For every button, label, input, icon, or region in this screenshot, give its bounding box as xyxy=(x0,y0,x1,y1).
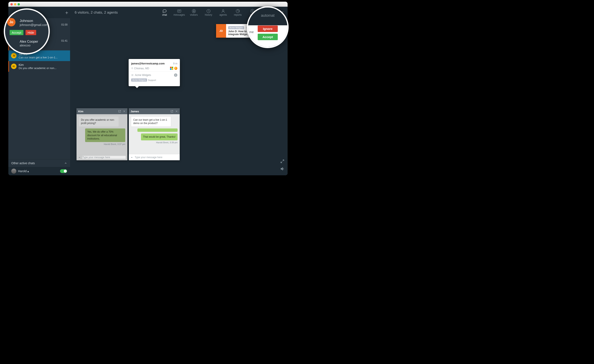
svg-point-9 xyxy=(250,11,251,11)
visitor-group: Acme Widgets xyxy=(131,74,151,77)
lens-email: johnson@gmail.com xyxy=(20,23,46,27)
close-icon[interactable] xyxy=(123,110,126,113)
chevron-up-icon xyxy=(64,162,67,165)
window-zoom-dot[interactable] xyxy=(18,3,20,6)
svg-point-7 xyxy=(252,9,253,10)
agent-avatar xyxy=(11,169,16,174)
chat-bubble-icon xyxy=(162,9,167,13)
toast-sender: John D: xyxy=(228,30,238,33)
lens-name-2: Alex Cooper xyxy=(20,40,46,44)
agents-icon xyxy=(221,9,225,13)
message-meta: Harold Brent, 3:37 pm xyxy=(79,143,125,145)
chat-item-sub: Can our team get a live 1-on-1... xyxy=(19,56,68,59)
svg-point-6 xyxy=(252,10,253,12)
nav-chat[interactable]: chat xyxy=(157,9,172,16)
online-toggle[interactable] xyxy=(60,169,67,173)
toast-tag: Acme Widgets xyxy=(228,26,244,29)
chat-window-header[interactable]: James xyxy=(129,108,180,114)
message-in: Can our team get a live 1-on-1 demo on t… xyxy=(131,116,171,127)
count-badge: 1 xyxy=(174,74,177,77)
nav-agents[interactable]: agents xyxy=(216,9,230,16)
nav-messages[interactable]: messages xyxy=(172,9,187,16)
nav-label: messages xyxy=(174,13,185,16)
chat-window-james: James Can our team get a live 1-on-1 dem… xyxy=(129,108,180,161)
chat-item-sub: Do you offer academic or non... xyxy=(19,67,68,70)
svg-rect-18 xyxy=(132,76,134,76)
nav-label: agents xyxy=(219,13,227,16)
pin-icon xyxy=(131,67,133,70)
svg-rect-16 xyxy=(132,74,134,75)
message-meta: Harold Brent, 3:39 pm xyxy=(131,141,178,144)
chat-window-kim: Kim Do you offer academic or non-profit … xyxy=(76,108,128,161)
firefox-icon xyxy=(174,67,177,70)
visitor-email: james@forrrestcamp.com xyxy=(131,62,165,65)
windows-icon xyxy=(170,67,173,70)
app-window: ＋ 6 visitors, 2 chats, 2 agents chat mes… xyxy=(8,2,288,175)
ignore-button[interactable]: Ignore xyxy=(258,26,278,32)
visitors-icon xyxy=(192,9,196,13)
popout-icon[interactable] xyxy=(118,110,121,113)
svg-point-11 xyxy=(251,9,252,10)
chat-item-kim[interactable]: Ki Kim Do you offer academic or non... xyxy=(8,61,70,72)
nav-label: history xyxy=(205,13,212,16)
svg-point-2 xyxy=(193,10,195,11)
history-icon xyxy=(206,9,211,13)
other-chats-label: Other active chats xyxy=(11,162,35,165)
toast-avatar: JD xyxy=(216,24,226,38)
sound-button[interactable] xyxy=(280,167,285,172)
chat-input[interactable] xyxy=(82,156,126,159)
chat-window-title: James xyxy=(130,110,139,113)
visitor-time: 9 m xyxy=(173,62,177,65)
chat-input-row xyxy=(129,154,180,160)
nav-history[interactable]: history xyxy=(201,9,216,16)
lens-name: Johnson xyxy=(20,19,46,23)
visitor-tag: Acme Widgets xyxy=(131,78,147,81)
add-chat-button[interactable]: ＋ xyxy=(64,9,69,16)
message-out xyxy=(137,128,178,132)
messages-icon xyxy=(177,9,182,13)
chat-item-time: 01:41 xyxy=(61,39,68,42)
chat-input[interactable] xyxy=(135,156,178,159)
popout-icon[interactable] xyxy=(170,110,173,113)
message-out: That would be great, Thanks! xyxy=(141,134,178,140)
chevron-up-icon[interactable] xyxy=(78,156,81,159)
visitor-tag-sub: Support xyxy=(148,79,156,81)
chat-item-name: Kim xyxy=(19,63,68,67)
nav-reports[interactable]: reports xyxy=(230,9,245,16)
window-titlebar xyxy=(8,2,288,7)
message-out: Yes, We do offer a 70% discount for all … xyxy=(85,128,125,142)
window-close-dot[interactable] xyxy=(10,3,13,6)
magnifier-right: automat me Ignore Accept xyxy=(247,6,289,48)
window-minimize-dot[interactable] xyxy=(14,3,16,6)
chat-window-title: Kim xyxy=(78,110,83,113)
agent-status-row: Harold ▴ xyxy=(8,167,70,175)
visitor-popover: james@forrrestcamp.com 9 m Chisinau, MD xyxy=(129,59,180,86)
reports-icon xyxy=(236,9,240,13)
svg-point-13 xyxy=(251,12,252,13)
avatar: Ja xyxy=(11,53,17,58)
nav-label: chat xyxy=(162,13,167,16)
svg-rect-0 xyxy=(178,10,181,12)
lens-email-2: alexcoo xyxy=(20,44,46,47)
message-in: Do you offer academic or non-profit pric… xyxy=(79,116,119,127)
other-chats-toggle[interactable]: Other active chats xyxy=(8,159,70,167)
avatar: Jo xyxy=(7,18,15,26)
agent-name[interactable]: Harold ▴ xyxy=(18,169,29,173)
nav-visitors[interactable]: visitors xyxy=(187,9,201,16)
fullscreen-button[interactable] xyxy=(280,159,285,164)
nav-label: visitors xyxy=(190,13,198,16)
chat-window-header[interactable]: Kim xyxy=(77,108,127,114)
list-icon xyxy=(131,74,134,76)
svg-point-4 xyxy=(222,9,224,11)
lens-trail-text: automat xyxy=(248,13,287,18)
avatar: Ki xyxy=(11,64,17,69)
accept-button[interactable]: Accept xyxy=(10,30,23,35)
close-icon[interactable] xyxy=(175,110,178,113)
accept-button[interactable]: Accept xyxy=(258,34,278,40)
summary-text: 6 visitors, 2 chats, 2 agents xyxy=(75,10,118,15)
chat-input-row xyxy=(77,154,127,160)
chevron-up-icon[interactable] xyxy=(130,156,133,159)
nav-label: reports xyxy=(234,13,242,16)
hide-button[interactable]: Hide xyxy=(26,30,36,35)
svg-point-12 xyxy=(254,9,254,10)
